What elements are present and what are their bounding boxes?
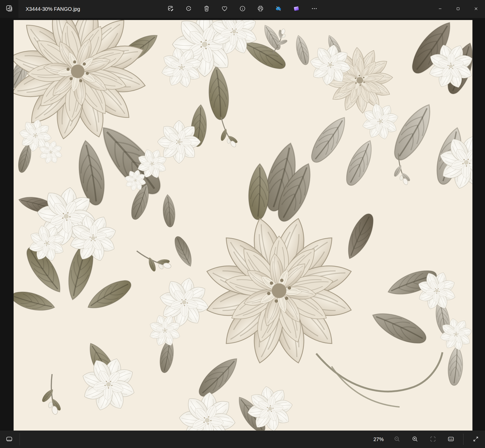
print-button[interactable] [254,3,267,15]
zoom-level: 27% [373,436,384,442]
window-title: X3444-30% FANGO.jpg [26,0,80,18]
titlebar: X3444-30% FANGO.jpg [0,0,485,18]
photo-toolbar [165,0,321,18]
maximize-button[interactable] [449,0,467,18]
filmstrip-icon [6,436,13,443]
see-more-icon [311,5,318,13]
print-icon [257,5,264,13]
filmstrip-button[interactable] [4,434,15,445]
statusbar-divider-left [19,433,20,445]
minimize-button[interactable] [431,0,449,18]
info-button[interactable] [236,3,249,15]
zoom-controls: 27% [373,434,481,445]
delete-button[interactable] [201,3,213,15]
clipchamp-icon [293,5,300,13]
maximize-icon [455,6,461,12]
app-strip[interactable] [0,0,18,18]
floral-pattern-image [14,20,472,431]
close-icon [473,6,479,12]
zoom-out-button[interactable] [391,434,403,445]
clipchamp-button[interactable] [290,3,303,15]
fit-to-window-icon [430,436,436,443]
svg-text:1:1: 1:1 [449,438,453,440]
info-icon [239,5,246,13]
actual-size-icon: 1:1 [448,436,454,443]
fullscreen-button[interactable] [470,434,481,445]
see-more-button[interactable] [308,3,321,15]
rotate-button[interactable] [183,3,195,15]
favorite-button[interactable] [219,3,231,15]
zoom-out-icon [394,436,400,443]
close-button[interactable] [467,0,485,18]
statusbar-divider-right [463,434,463,445]
onedrive-button[interactable] [272,3,285,15]
zoom-in-icon [412,436,418,443]
edit-image-icon [167,5,174,13]
fit-to-window-button[interactable] [427,434,439,445]
onedrive-unavailable-icon [275,5,282,13]
photos-app-icon [5,5,13,13]
actual-size-button[interactable]: 1:1 [445,434,457,445]
edit-image-button[interactable] [165,3,177,15]
fullscreen-icon [472,436,479,443]
rotate-icon [185,5,192,13]
zoom-in-button[interactable] [409,434,421,445]
heart-icon [221,5,228,13]
trash-icon [203,5,210,13]
photo-canvas[interactable] [14,20,472,431]
window-controls [431,0,485,18]
minimize-icon [437,6,443,12]
statusbar: 27% [0,431,485,448]
